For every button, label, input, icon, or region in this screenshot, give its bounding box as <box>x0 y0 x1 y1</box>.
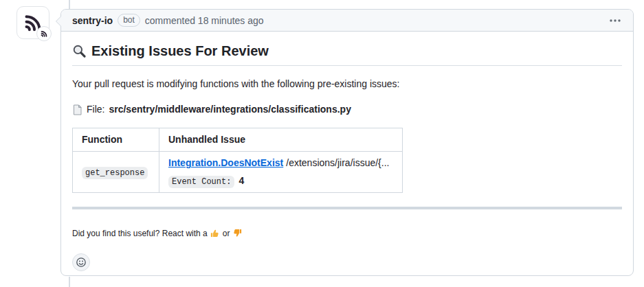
comment-card: sentry-io bot commented 18 minutes ago E… <box>60 9 634 276</box>
issues-table: Function Unhandled Issue get_response In… <box>72 128 403 193</box>
magnifier-icon <box>72 44 87 58</box>
comment-caret-fill <box>56 16 62 27</box>
footnote: Did you find this useful? React with a o… <box>72 227 622 240</box>
file-label: File: <box>87 102 104 117</box>
action-label: commented <box>145 15 195 26</box>
issue-cell: Integration.DoesNotExist/extensions/jira… <box>159 152 403 193</box>
footnote-text: Did you find this useful? React with a <box>72 227 208 240</box>
issue-line: Integration.DoesNotExist/extensions/jira… <box>168 156 393 170</box>
comment-header: sentry-io bot commented 18 minutes ago <box>61 10 633 32</box>
timeline-line-top <box>69 0 70 9</box>
smiley-icon <box>76 257 87 268</box>
issue-path: /extensions/jira/issue/{... <box>286 157 389 168</box>
table-row: get_response Integration.DoesNotExist/ex… <box>73 152 403 193</box>
comment-timestamp[interactable]: 18 minutes ago <box>198 15 264 26</box>
avatar-bot-badge <box>36 26 52 41</box>
page-icon <box>72 104 82 115</box>
kebab-menu-button[interactable] <box>608 16 622 25</box>
thumbs-down-icon <box>232 229 242 238</box>
column-header-function: Function <box>73 128 159 152</box>
bot-badge: bot <box>118 14 140 27</box>
comment-action: commented 18 minutes ago <box>145 15 264 26</box>
function-name-code: get_response <box>82 167 148 179</box>
event-count-line: Event Count:4 <box>168 174 393 188</box>
author-link[interactable]: sentry-io <box>72 15 113 26</box>
event-count-value: 4 <box>238 175 244 186</box>
footnote-connector: or <box>223 227 230 240</box>
thumbs-up-icon <box>210 229 220 238</box>
markdown-divider <box>72 207 622 209</box>
comment-title-text: Existing Issues For Review <box>91 43 269 60</box>
sentry-logo-icon <box>39 29 49 38</box>
intro-text: Your pull request is modifying functions… <box>72 77 622 91</box>
avatar[interactable] <box>16 6 49 39</box>
comment-title: Existing Issues For Review <box>72 43 622 66</box>
table-header-row: Function Unhandled Issue <box>73 128 403 152</box>
file-path: src/sentry/middleware/integrations/class… <box>109 102 351 117</box>
add-reaction-button[interactable] <box>72 253 90 271</box>
kebab-icon <box>610 19 621 22</box>
event-count-label-code: Event Count: <box>168 176 234 188</box>
file-line: File: src/sentry/middleware/integrations… <box>72 102 622 117</box>
issue-link[interactable]: Integration.DoesNotExist <box>168 157 283 168</box>
comment-body: Existing Issues For Review Your pull req… <box>61 32 633 282</box>
function-cell: get_response <box>73 152 159 193</box>
column-header-issue: Unhandled Issue <box>159 128 403 152</box>
